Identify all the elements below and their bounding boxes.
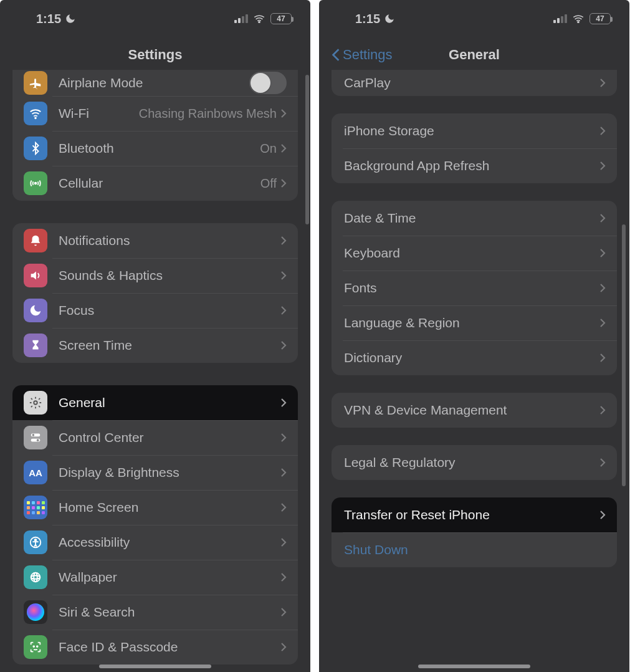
row-value: Off bbox=[260, 176, 277, 191]
chevron-right-icon bbox=[599, 78, 606, 88]
row-language-region[interactable]: Language & Region bbox=[332, 305, 617, 340]
row-label: Shut Down bbox=[344, 542, 606, 557]
row-label: Background App Refresh bbox=[344, 158, 599, 173]
chevron-right-icon bbox=[280, 236, 287, 246]
row-transfer-reset-iphone[interactable]: Transfer or Reset iPhone bbox=[332, 497, 617, 532]
row-label: Wi-Fi bbox=[59, 106, 139, 121]
svg-point-10 bbox=[31, 573, 41, 582]
home-indicator[interactable] bbox=[99, 665, 211, 668]
cellular-signal-icon bbox=[553, 14, 567, 23]
row-label: Home Screen bbox=[59, 500, 280, 515]
nav-bar: Settings General bbox=[319, 37, 629, 72]
row-home-screen[interactable]: Home Screen bbox=[12, 490, 298, 525]
row-accessibility[interactable]: Accessibility bbox=[12, 525, 298, 560]
row-faceid-passcode[interactable]: Face ID & Passcode bbox=[12, 630, 298, 665]
row-label: Wallpaper bbox=[59, 570, 280, 585]
chevron-right-icon bbox=[599, 248, 606, 258]
row-label: Focus bbox=[59, 303, 280, 318]
row-background-app-refresh[interactable]: Background App Refresh bbox=[332, 148, 617, 183]
row-wallpaper[interactable]: Wallpaper bbox=[12, 560, 298, 595]
svg-point-2 bbox=[35, 183, 37, 185]
chevron-right-icon bbox=[280, 502, 287, 512]
scroll-indicator[interactable] bbox=[622, 224, 626, 486]
row-control-center[interactable]: Control Center bbox=[12, 420, 298, 455]
battery-indicator: 47 bbox=[589, 13, 611, 24]
row-iphone-storage[interactable]: iPhone Storage bbox=[332, 113, 617, 148]
row-carplay[interactable]: CarPlay bbox=[332, 70, 617, 96]
row-wifi[interactable]: Wi-Fi Chasing Rainbows Mesh bbox=[12, 96, 298, 131]
row-label: Fonts bbox=[344, 281, 599, 295]
general-group-locale: Date & Time Keyboard Fonts Language & Re… bbox=[332, 201, 617, 375]
back-button[interactable]: Settings bbox=[332, 47, 393, 63]
chevron-right-icon bbox=[599, 510, 606, 520]
nav-bar: Settings bbox=[0, 37, 310, 72]
chevron-right-icon bbox=[599, 213, 606, 223]
row-airplane-mode[interactable]: Airplane Mode bbox=[12, 70, 298, 96]
wallpaper-icon bbox=[24, 565, 47, 589]
chevron-right-icon bbox=[599, 161, 606, 171]
row-shut-down[interactable]: Shut Down bbox=[332, 532, 617, 567]
svg-point-0 bbox=[259, 21, 260, 22]
bluetooth-icon bbox=[24, 137, 47, 160]
row-label: Notifications bbox=[59, 233, 280, 248]
row-value: On bbox=[260, 142, 277, 156]
svg-point-13 bbox=[33, 646, 34, 647]
row-date-time[interactable]: Date & Time bbox=[332, 201, 617, 236]
aa-icon: AA bbox=[24, 461, 47, 484]
row-notifications[interactable]: Notifications bbox=[12, 223, 298, 258]
settings-screen: 1:15 47 Settings Airplane Mode Wi-Fi Cha… bbox=[0, 0, 310, 672]
wifi-icon bbox=[24, 102, 47, 125]
row-siri-search[interactable]: Siri & Search bbox=[12, 595, 298, 630]
row-cellular[interactable]: Cellular Off bbox=[12, 166, 298, 201]
page-title: General bbox=[449, 47, 500, 63]
row-value: Chasing Rainbows Mesh bbox=[139, 107, 277, 121]
status-bar: 1:15 47 bbox=[319, 0, 629, 37]
status-time: 1:15 bbox=[36, 12, 61, 26]
row-general[interactable]: General bbox=[12, 385, 298, 420]
row-display-brightness[interactable]: AA Display & Brightness bbox=[12, 455, 298, 490]
general-group-legal: Legal & Regulatory bbox=[332, 445, 617, 480]
home-indicator[interactable] bbox=[418, 665, 530, 668]
row-label: Keyboard bbox=[344, 246, 599, 261]
airplane-toggle[interactable] bbox=[249, 72, 287, 94]
settings-group-general: General Control Center AA Display & Brig… bbox=[12, 385, 298, 665]
dnd-moon-icon bbox=[65, 13, 76, 24]
row-label: Dictionary bbox=[344, 350, 599, 365]
row-legal-regulatory[interactable]: Legal & Regulatory bbox=[332, 445, 617, 480]
svg-point-12 bbox=[34, 573, 37, 582]
chevron-right-icon bbox=[280, 572, 287, 582]
bell-icon bbox=[24, 229, 47, 252]
row-bluetooth[interactable]: Bluetooth On bbox=[12, 131, 298, 166]
row-label: Screen Time bbox=[59, 338, 280, 353]
chevron-right-icon bbox=[280, 433, 287, 443]
general-content: CarPlay iPhone Storage Background App Re… bbox=[319, 70, 629, 586]
row-fonts[interactable]: Fonts bbox=[332, 271, 617, 305]
chevron-right-icon bbox=[280, 143, 287, 153]
row-dictionary[interactable]: Dictionary bbox=[332, 340, 617, 375]
toggles-icon bbox=[24, 426, 47, 449]
row-label: Legal & Regulatory bbox=[344, 455, 599, 470]
row-label: Airplane Mode bbox=[59, 75, 249, 90]
row-keyboard[interactable]: Keyboard bbox=[332, 236, 617, 271]
chevron-right-icon bbox=[280, 468, 287, 478]
general-group-reset: Transfer or Reset iPhone Shut Down bbox=[332, 497, 617, 567]
chevron-right-icon bbox=[599, 353, 606, 363]
svg-point-9 bbox=[35, 539, 37, 541]
chevron-right-icon bbox=[280, 340, 287, 350]
accessibility-icon bbox=[24, 530, 47, 554]
general-group-storage: iPhone Storage Background App Refresh bbox=[332, 113, 617, 183]
back-label: Settings bbox=[343, 47, 393, 63]
scroll-indicator[interactable] bbox=[305, 75, 309, 224]
row-sounds-haptics[interactable]: Sounds & Haptics bbox=[12, 258, 298, 293]
row-label: Language & Region bbox=[344, 315, 599, 330]
wifi-status-icon bbox=[253, 14, 265, 23]
row-label: Control Center bbox=[59, 430, 280, 445]
settings-group-connectivity: Airplane Mode Wi-Fi Chasing Rainbows Mes… bbox=[12, 70, 298, 201]
status-bar: 1:15 47 bbox=[0, 0, 310, 37]
row-screen-time[interactable]: Screen Time bbox=[12, 328, 298, 363]
row-vpn-device-management[interactable]: VPN & Device Management bbox=[332, 393, 617, 428]
general-group-carplay: CarPlay bbox=[332, 70, 617, 96]
row-focus[interactable]: Focus bbox=[12, 293, 298, 328]
chevron-right-icon bbox=[599, 126, 606, 136]
row-label: Cellular bbox=[59, 176, 260, 191]
